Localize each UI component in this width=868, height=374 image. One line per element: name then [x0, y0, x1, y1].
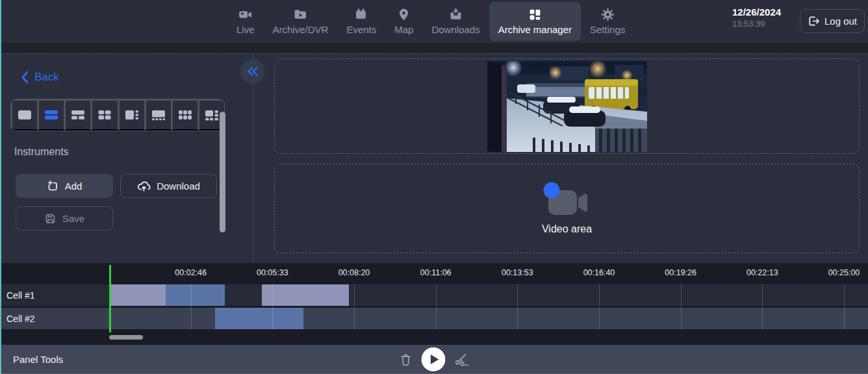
scissors-icon — [454, 352, 470, 368]
add-label: Add — [65, 181, 83, 192]
timeline-segment[interactable] — [215, 308, 303, 329]
back-button[interactable]: Back — [19, 70, 59, 84]
layout-1-plus-4-bottom-button[interactable] — [145, 99, 172, 131]
panel-tools-title: Panel Tools — [13, 345, 63, 374]
timeline-scrollbar-thumb[interactable] — [109, 335, 143, 340]
timeline-header[interactable]: 00:02:4600:05:3300:08:2000:11:0600:13:53… — [0, 263, 868, 284]
timeline-tick-label: 00:08:20 — [338, 268, 370, 277]
layout-2x2-button[interactable] — [91, 99, 118, 131]
cut-button[interactable] — [454, 352, 470, 368]
nav-item-archive-dvr[interactable]: Archive/DVR — [264, 0, 338, 43]
camera-thumbnail[interactable] — [487, 61, 647, 152]
timeline-track[interactable] — [107, 308, 868, 329]
layout-2-rows-button[interactable] — [38, 99, 64, 131]
download-label: Download — [157, 181, 200, 192]
timeline-tick-label: 00:11:06 — [420, 268, 452, 277]
nav-label: Events — [346, 24, 376, 35]
timeline-playhead[interactable] — [109, 265, 111, 332]
left-panel: Back — [1, 55, 253, 263]
double-chevron-left-icon — [246, 66, 259, 77]
layout-3x2-button[interactable] — [172, 99, 198, 131]
timeline-row: Cell #1 — [0, 284, 868, 306]
nav-item-events[interactable]: Events — [337, 0, 385, 43]
logout-icon — [808, 15, 820, 27]
video-slot-1[interactable] — [274, 58, 860, 154]
download-box-icon — [448, 8, 463, 21]
window-edge-accent — [0, 0, 1, 374]
nav-item-downloads[interactable]: Downloads — [422, 0, 489, 43]
timeline-tick-label: 00:22:13 — [747, 268, 778, 277]
layout-1-plus-2-button[interactable] — [64, 99, 91, 131]
nav-label: Archive/DVR — [273, 24, 329, 35]
layout-2x2-icon — [96, 108, 113, 121]
chevron-left-icon — [19, 70, 30, 84]
play-button[interactable] — [422, 347, 446, 371]
timeline-row-label[interactable]: Cell #1 — [0, 284, 107, 306]
timeline-segment[interactable] — [109, 284, 166, 306]
layout-1-plus-3-right-icon — [123, 108, 140, 121]
nav-label: Downloads — [431, 24, 479, 35]
timeline-row-label[interactable]: Cell #2 — [0, 308, 107, 329]
nav-item-live[interactable]: Live — [227, 0, 264, 43]
timeline-segment[interactable] — [262, 284, 349, 306]
trash-icon — [399, 353, 413, 367]
nav-item-map[interactable]: Map — [385, 0, 422, 43]
timeline-tick-label: 00:25:00 — [828, 268, 860, 277]
timeline-tick-label: 00:13:53 — [502, 268, 533, 277]
save-button[interactable]: Save — [16, 206, 113, 231]
layout-selector — [10, 99, 225, 131]
panel-tools-actions — [399, 345, 470, 374]
layout-1-plus-4-bottom-icon — [150, 108, 167, 121]
calendar-icon — [354, 8, 369, 21]
main-nav: Live Archive/DVR Events Map Downloads Ar… — [227, 0, 634, 43]
gear-icon — [600, 8, 615, 21]
video-camera-icon — [238, 8, 253, 21]
delete-button[interactable] — [399, 353, 413, 367]
nav-label: Archive manager — [498, 24, 572, 35]
timeline-tick-label: 00:19:26 — [665, 268, 696, 277]
current-date: 12/26/2024 — [732, 6, 781, 19]
download-button[interactable]: Download — [120, 174, 217, 198]
add-cell-icon — [47, 180, 59, 192]
timeline-tick-label: 00:02:46 — [175, 268, 207, 277]
folder-play-icon — [293, 8, 308, 21]
layout-1-plus-3-right-button[interactable] — [118, 99, 145, 131]
timeline-row: Cell #2 — [0, 308, 868, 329]
nav-item-archive-manager[interactable]: Archive manager — [489, 2, 581, 41]
video-area-label: Video area — [542, 223, 592, 235]
timeline: 00:02:4600:05:3300:08:2000:11:0600:13:53… — [0, 263, 868, 345]
timeline-segment[interactable] — [166, 284, 225, 306]
logout-button[interactable]: Log out — [800, 9, 865, 33]
nav-label: Settings — [590, 24, 625, 35]
camera-thumbnail-image — [487, 61, 647, 152]
nav-label: Map — [394, 24, 413, 35]
add-button[interactable]: Add — [16, 174, 113, 198]
timeline-tick-label: 00:16:40 — [583, 268, 615, 277]
floppy-save-icon — [44, 212, 57, 225]
topbar-lower-strip — [0, 43, 868, 54]
datetime-display: 12/26/2024 13:53:39 — [732, 6, 781, 29]
layout-grid-icon — [528, 8, 542, 21]
panel-divider — [253, 54, 253, 263]
video-slot-2[interactable]: Video area — [274, 164, 860, 253]
timeline-scrollbar — [0, 334, 868, 342]
cloud-upload-icon — [137, 180, 151, 192]
nav-item-settings[interactable]: Settings — [581, 0, 634, 43]
left-panel-scrollbar[interactable] — [220, 112, 225, 232]
play-icon — [422, 347, 446, 371]
layout-single-icon — [16, 108, 33, 121]
collapse-panel-button[interactable] — [240, 59, 265, 84]
map-pin-icon — [396, 8, 411, 21]
timeline-track[interactable] — [107, 284, 868, 306]
back-label: Back — [34, 71, 59, 84]
topbar: Live Archive/DVR Events Map Downloads Ar… — [0, 0, 868, 43]
panel-tools-bar: Panel Tools — [0, 345, 868, 374]
layout-3x2-icon — [177, 108, 194, 121]
layout-1-plus-5-icon — [203, 108, 220, 121]
layout-1-plus-2-icon — [70, 108, 86, 121]
save-label: Save — [62, 213, 84, 224]
timeline-rows: Cell #1Cell #2 — [0, 284, 868, 331]
layout-2-rows-icon — [43, 108, 60, 121]
logout-label: Log out — [824, 16, 857, 27]
layout-single-button[interactable] — [11, 99, 38, 131]
